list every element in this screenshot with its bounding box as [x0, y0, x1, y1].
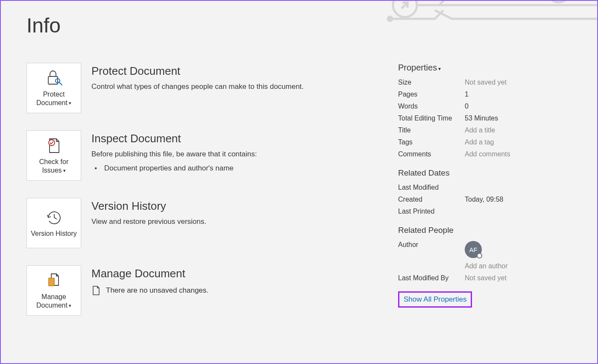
editing-time-label: Total Editing Time — [398, 114, 465, 122]
manage-document-button[interactable]: Manage Document▾ — [26, 265, 81, 316]
chevron-down-icon: ▾ — [69, 303, 71, 308]
document-icon — [91, 285, 101, 296]
size-value: Not saved yet — [465, 79, 507, 86]
document-check-icon — [45, 136, 62, 155]
info-main-column: Protect Document▾ Protect Document Contr… — [26, 63, 398, 333]
created-label: Created — [398, 196, 465, 203]
add-author-input[interactable]: Add an author — [465, 262, 508, 270]
words-value: 0 — [465, 103, 469, 110]
last-printed-label: Last Printed — [398, 208, 465, 215]
document-stack-icon — [45, 271, 62, 290]
comments-input[interactable]: Add comments — [465, 150, 510, 158]
manage-desc: There are no unsaved changes. — [106, 286, 208, 295]
comments-label: Comments — [398, 150, 465, 158]
tags-label: Tags — [398, 138, 465, 146]
related-people-heading: Related People — [398, 226, 577, 235]
author-avatar[interactable]: AF — [465, 241, 482, 258]
svg-rect-3 — [48, 76, 58, 84]
author-label: Author — [398, 241, 465, 249]
svg-rect-6 — [49, 278, 54, 286]
chevron-down-icon: ▾ — [69, 100, 71, 106]
inspect-issue-item: Document properties and author's name — [91, 162, 257, 175]
inspect-heading: Inspect Document — [91, 132, 257, 145]
version-desc: View and restore previous versions. — [91, 216, 206, 227]
created-value: Today, 09:58 — [465, 196, 503, 203]
size-label: Size — [398, 79, 465, 86]
version-history-button[interactable]: Version History — [26, 198, 81, 248]
title-input[interactable]: Add a title — [465, 126, 495, 134]
last-modified-label: Last Modified — [398, 184, 465, 191]
properties-panel: Properties▾ SizeNot saved yet Pages1 Wor… — [398, 63, 577, 333]
pages-label: Pages — [398, 91, 465, 98]
related-dates-heading: Related Dates — [398, 168, 577, 178]
lock-key-icon — [45, 69, 63, 88]
check-for-issues-button[interactable]: Check for Issues▾ — [26, 130, 81, 181]
protect-document-button[interactable]: Protect Document▾ — [26, 63, 81, 113]
inspect-desc: Before publishing this file, be aware th… — [91, 149, 257, 160]
words-label: Words — [398, 103, 465, 110]
protect-desc: Control what types of changes people can… — [91, 81, 304, 92]
page-title: Info — [26, 14, 597, 37]
show-all-properties-link[interactable]: Show All Properties — [398, 291, 472, 308]
protect-heading: Protect Document — [91, 65, 304, 78]
chevron-down-icon: ▾ — [63, 168, 66, 173]
pages-value: 1 — [465, 91, 469, 98]
version-heading: Version History — [91, 200, 206, 213]
last-modified-by-value: Not saved yet — [465, 274, 507, 282]
properties-dropdown[interactable]: Properties▾ — [398, 63, 577, 73]
title-label: Title — [398, 126, 465, 134]
svg-point-5 — [49, 140, 55, 146]
presence-dot-icon — [477, 253, 482, 258]
tags-input[interactable]: Add a tag — [465, 138, 494, 146]
last-modified-by-label: Last Modified By — [398, 274, 465, 282]
chevron-down-icon: ▾ — [438, 66, 441, 72]
editing-time-value: 53 Minutes — [465, 114, 498, 122]
manage-heading: Manage Document — [91, 267, 208, 280]
history-clock-icon — [45, 208, 63, 227]
